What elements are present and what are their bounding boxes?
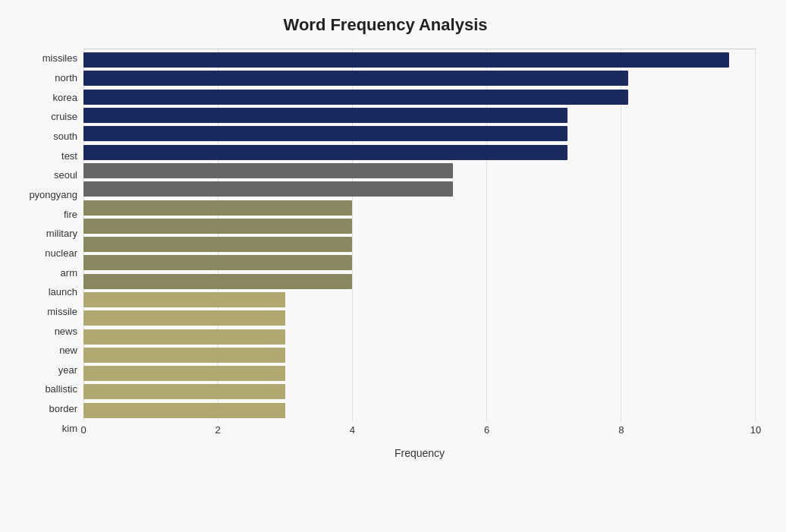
y-label: missile [47, 302, 77, 322]
bar-row [83, 401, 756, 420]
bar [83, 145, 567, 160]
bar [83, 200, 352, 216]
y-axis: missilesnorthkoreacruisesouthtestseoulpy… [15, 49, 83, 459]
bar [83, 255, 352, 270]
bar-row [83, 162, 756, 180]
x-tick: 8 [618, 424, 624, 436]
bar-row [83, 382, 756, 401]
x-axis: 0246810 [83, 424, 756, 445]
bar-row [83, 88, 756, 106]
bar-row [83, 124, 756, 143]
x-tick: 4 [350, 424, 355, 436]
bar [83, 90, 628, 105]
bar [83, 71, 628, 86]
bar-row [83, 106, 756, 124]
bar-row [83, 364, 756, 382]
y-label: new [59, 341, 77, 360]
bar-row [83, 235, 756, 253]
y-label: north [55, 68, 77, 88]
chart-container: Word Frequency Analysis missilesnorthkor… [0, 0, 786, 532]
bar [83, 237, 352, 252]
x-tick: 2 [215, 424, 221, 436]
bar-row [83, 346, 756, 364]
bar [83, 329, 285, 345]
bar-row [83, 217, 756, 235]
bar-row [83, 309, 756, 327]
bar [83, 108, 567, 123]
y-label: launch [49, 282, 77, 302]
bar [83, 366, 285, 381]
bar-row [83, 291, 756, 309]
bar-row [83, 253, 756, 272]
bar-row [83, 180, 756, 198]
bar [83, 274, 352, 289]
y-label: year [58, 360, 77, 380]
x-tick: 6 [484, 424, 489, 436]
bar [83, 126, 567, 141]
y-label: kim [62, 418, 77, 438]
bars-area [83, 49, 756, 421]
chart-title: Word Frequency Analysis [15, 15, 756, 35]
y-label: missiles [42, 49, 77, 68]
bar [83, 348, 285, 363]
y-label: ballistic [45, 379, 77, 399]
y-label: pyongyang [29, 185, 77, 205]
bar-row [83, 327, 756, 345]
y-label: border [49, 399, 77, 419]
y-label: korea [52, 87, 77, 107]
y-label: fire [64, 204, 77, 224]
y-label: arm [61, 263, 77, 282]
bar-row [83, 272, 756, 291]
x-tick: 10 [750, 424, 761, 436]
y-label: test [61, 146, 77, 165]
bar [83, 181, 453, 197]
bar-row [83, 51, 756, 69]
bar-row [83, 69, 756, 87]
bars-and-xaxis: 0246810 Frequency [83, 49, 756, 459]
bars-wrapper [83, 49, 756, 421]
y-label: seoul [54, 165, 77, 185]
bar-row [83, 198, 756, 216]
x-axis-label: Frequency [83, 447, 756, 459]
y-label: news [55, 321, 77, 341]
y-label: nuclear [45, 244, 77, 263]
bar [83, 310, 285, 326]
bar-row [83, 143, 756, 161]
bar [83, 163, 453, 178]
chart-area: missilesnorthkoreacruisesouthtestseoulpy… [15, 49, 756, 459]
bar [83, 384, 285, 399]
y-label: military [46, 224, 77, 244]
bar [83, 52, 729, 68]
bar [83, 403, 285, 418]
bar [83, 219, 352, 234]
x-tick: 0 [80, 424, 86, 436]
bar [83, 292, 285, 307]
y-label: cruise [51, 107, 77, 127]
y-label: south [53, 127, 77, 146]
